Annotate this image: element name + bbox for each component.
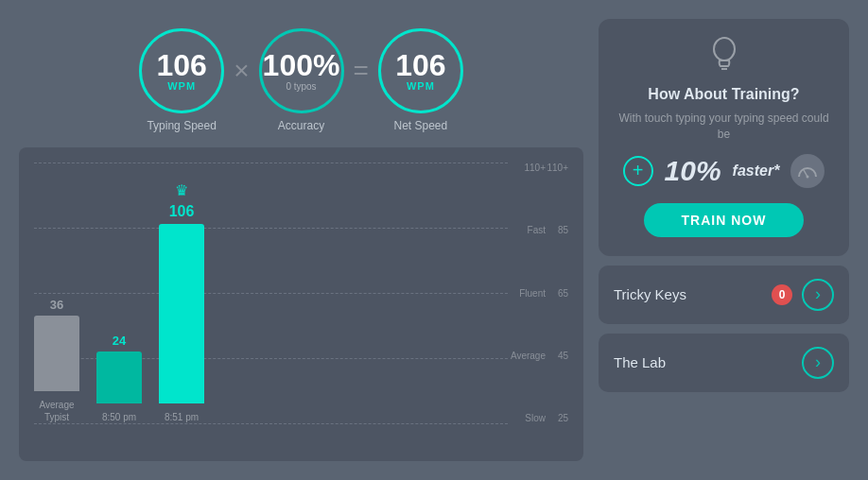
tricky-keys-right: 0 ›	[772, 279, 834, 311]
tricky-keys-arrow-button[interactable]: ›	[802, 279, 834, 311]
svg-point-4	[807, 175, 809, 178]
chart-bars: 36 AverageTypist 24 8:50 pm ♛ 106 8:51 p…	[34, 163, 568, 452]
typing-speed-stat: 106 WPM Typing Speed	[139, 28, 224, 132]
the-lab-label: The Lab	[614, 354, 666, 370]
accuracy-circle: 100% 0 typos	[259, 28, 344, 113]
accuracy-value: 100%	[263, 50, 340, 80]
typing-speed-value: 106	[156, 50, 206, 80]
svg-point-0	[714, 38, 735, 60]
bar-average-value: 36	[50, 298, 63, 312]
train-now-button[interactable]: TRAIN NOW	[644, 203, 805, 237]
lightbulb-icon	[707, 34, 741, 78]
speedometer-icon	[790, 154, 825, 188]
typing-speed-label: Typing Speed	[147, 119, 216, 132]
tricky-keys-label: Tricky Keys	[614, 286, 686, 302]
the-lab-card[interactable]: The Lab ›	[599, 334, 849, 392]
bar-8-51-label: 8:51 pm	[165, 411, 199, 423]
bar-8-50: 24 8:50 pm	[96, 334, 142, 423]
net-speed-unit: WPM	[407, 80, 435, 92]
the-lab-arrow-button[interactable]: ›	[802, 347, 834, 379]
equals-operator: =	[354, 56, 369, 86]
training-title: How About Training?	[648, 86, 799, 103]
bar-average-rect	[34, 316, 79, 391]
typing-speed-circle: 106 WPM	[139, 28, 224, 113]
speed-label: faster*	[733, 163, 780, 180]
net-speed-value: 106	[395, 50, 445, 80]
accuracy-stat: 100% 0 typos Accuracy	[259, 28, 344, 132]
bar-8-51-value: 106	[169, 203, 195, 220]
net-speed-circle: 106 WPM	[378, 28, 463, 113]
accuracy-label: Accuracy	[278, 119, 324, 132]
main-container: 106 WPM Typing Speed × 100% 0 typos Accu…	[0, 0, 868, 480]
bar-8-50-value: 24	[113, 334, 126, 348]
bar-average-label: AverageTypist	[39, 399, 74, 423]
bar-8-51-rect	[159, 224, 204, 403]
bar-average: 36 AverageTypist	[34, 298, 79, 423]
plus-icon: +	[623, 156, 653, 186]
bar-8-50-label: 8:50 pm	[102, 411, 136, 423]
stats-row: 106 WPM Typing Speed × 100% 0 typos Accu…	[19, 19, 583, 136]
the-lab-right: ›	[802, 347, 834, 379]
bar-8-51: ♛ 106 8:51 pm	[159, 181, 204, 423]
chart-area: 110+ 85 65 45 25 110+ Fast Fluent Averag…	[19, 147, 583, 461]
crown-icon: ♛	[175, 181, 188, 199]
tricky-keys-card[interactable]: Tricky Keys 0 ›	[599, 266, 849, 324]
typing-speed-unit: WPM	[167, 80, 196, 92]
bar-8-50-rect	[96, 351, 142, 403]
accuracy-sub: 0 typos	[286, 81, 316, 92]
right-panel: How About Training? With touch typing yo…	[599, 19, 849, 461]
net-speed-label: Net Speed	[394, 119, 448, 132]
speed-percent: 10%	[665, 155, 721, 187]
net-speed-stat: 106 WPM Net Speed	[378, 28, 463, 132]
training-card: How About Training? With touch typing yo…	[599, 19, 849, 256]
tricky-keys-badge: 0	[772, 284, 792, 305]
training-subtitle: With touch typing your typing speed coul…	[614, 111, 834, 143]
left-panel: 106 WPM Typing Speed × 100% 0 typos Accu…	[19, 19, 583, 461]
multiply-operator: ×	[234, 56, 249, 86]
speed-row: + 10% faster*	[623, 154, 825, 188]
